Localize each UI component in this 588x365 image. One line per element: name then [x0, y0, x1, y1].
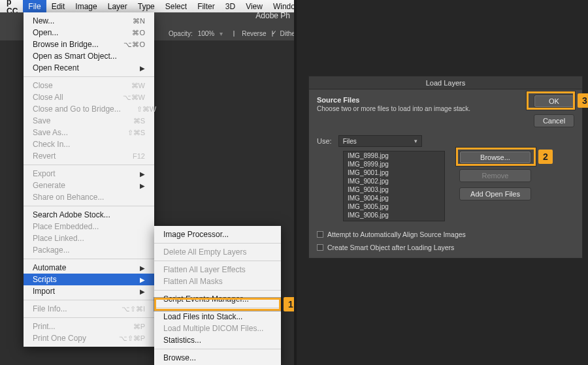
menubar-layer[interactable]: Layer: [103, 0, 133, 12]
file-list-item[interactable]: IMG_8998.jpg: [344, 151, 444, 160]
remove-button[interactable]: Remove: [459, 169, 531, 182]
file-menu-item: Close All⌥⌘W: [24, 91, 154, 103]
scripts-menu-item[interactable]: Statistics...: [154, 334, 281, 346]
file-menu-item: Close⌘W: [24, 80, 154, 91]
file-menu-item: Share on Behance...: [24, 191, 154, 203]
file-menu-item: Save⌘S: [24, 115, 154, 127]
file-menu-item: Close and Go to Bridge...⇧⌘W: [24, 103, 154, 115]
file-list[interactable]: IMG_8998.jpgIMG_8999.jpgIMG_9001.jpgIMG_…: [343, 151, 445, 221]
submenu-arrow-icon: ▶: [140, 170, 145, 178]
submenu-arrow-icon: ▶: [140, 288, 145, 295]
scripts-menu-item: Flatten All Layer Effects: [154, 264, 281, 276]
load-layers-dialog: Load Layers Source Files Choose two or m…: [308, 76, 583, 259]
file-menu-item: Generate▶: [24, 180, 154, 191]
file-list-item[interactable]: IMG_9006.jpg: [344, 211, 444, 219]
menubar-filter[interactable]: Filter: [192, 0, 220, 12]
file-list-item[interactable]: IMG_9003.jpg: [344, 185, 444, 194]
opacity-label: Opacity:: [169, 30, 193, 37]
file-list-item[interactable]: IMG_9002.jpg: [344, 177, 444, 185]
callout-3-badge: 3: [578, 93, 588, 108]
file-menu: New...⌘NOpen...⌘OBrowse in Bridge...⌥⌘OO…: [24, 12, 154, 347]
callout-2-badge: 2: [538, 150, 553, 164]
menubar-edit[interactable]: Edit: [46, 0, 71, 12]
file-menu-item[interactable]: Search Adobe Stock...: [24, 209, 154, 221]
scripts-menu-item: Delete All Empty Layers: [154, 246, 281, 258]
add-open-files-button[interactable]: Add Open Files: [459, 187, 531, 200]
file-menu-item[interactable]: Open as Smart Object...: [24, 50, 154, 62]
menubar-type[interactable]: Type: [133, 0, 160, 12]
reverse-checkbox[interactable]: [233, 31, 235, 37]
scripts-menu-item[interactable]: Load Files into Stack...: [154, 311, 281, 323]
use-select[interactable]: Files: [338, 135, 422, 147]
file-menu-item[interactable]: Scripts▶: [24, 274, 154, 285]
file-menu-item: RevertF12: [24, 150, 154, 162]
menubar-3d[interactable]: 3D: [220, 0, 240, 12]
scripts-menu-item: Load Multiple DICOM Files...: [154, 323, 281, 334]
submenu-arrow-icon: ▶: [140, 276, 145, 283]
ok-button[interactable]: OK: [534, 95, 574, 108]
file-list-item[interactable]: IMG_8999.jpg: [344, 160, 444, 168]
file-menu-item[interactable]: Browse in Bridge...⌥⌘O: [24, 39, 154, 50]
smart-object-label: Create Smart Object after Loading Layers: [327, 244, 454, 251]
align-checkbox[interactable]: [317, 231, 323, 238]
file-list-item[interactable]: IMG_9004.jpg: [344, 194, 444, 202]
menubar-select[interactable]: Select: [160, 0, 192, 12]
menubar-image[interactable]: Image: [70, 0, 102, 12]
mac-menubar: p CC File Edit Image Layer Type Select F…: [0, 0, 294, 12]
scripts-menu-item: Flatten All Masks: [154, 276, 281, 287]
submenu-arrow-icon: ▶: [140, 264, 145, 272]
use-label: Use:: [317, 137, 332, 145]
menubar-file[interactable]: File: [23, 0, 46, 12]
file-list-item[interactable]: IMG_9005.jpg: [344, 202, 444, 211]
dither-checkbox[interactable]: [272, 31, 273, 37]
scripts-menu-item[interactable]: Script Events Manager...: [154, 293, 281, 305]
scripts-menu-item[interactable]: Image Processor...: [154, 229, 281, 240]
photoshop-window: p CC File Edit Image Layer Type Select F…: [0, 0, 294, 365]
smart-object-checkbox[interactable]: [317, 244, 323, 251]
submenu-arrow-icon: ▶: [140, 182, 145, 189]
file-menu-item: Package...: [24, 244, 154, 256]
file-menu-item: Export▶: [24, 168, 154, 180]
dialog-title: Load Layers: [309, 76, 582, 89]
document-title: Adobe Ph: [255, 11, 290, 20]
dialog-panel: Load Layers Source Files Choose two or m…: [297, 0, 588, 365]
file-menu-item[interactable]: New...⌘N: [24, 15, 154, 27]
cancel-button[interactable]: Cancel: [534, 114, 574, 127]
file-menu-item: Place Linked...: [24, 232, 154, 244]
file-menu-item: Place Embedded...: [24, 221, 154, 232]
align-label: Attempt to Automatically Align Source Im…: [327, 230, 466, 238]
file-menu-item: File Info...⌥⇧⌘I: [24, 303, 154, 315]
file-menu-item: Save As...⇧⌘S: [24, 127, 154, 138]
file-menu-item[interactable]: Open...⌘O: [24, 27, 154, 39]
file-list-item[interactable]: IMG_9001.jpg: [344, 168, 444, 177]
menubar-app[interactable]: p CC: [1, 0, 23, 12]
file-menu-item[interactable]: Import▶: [24, 285, 154, 297]
scripts-submenu: Image Processor...Delete All Empty Layer…: [154, 226, 281, 365]
scripts-menu-item[interactable]: Browse...: [154, 352, 281, 364]
file-menu-item[interactable]: Automate▶: [24, 262, 154, 274]
file-menu-item: Check In...: [24, 138, 154, 150]
submenu-arrow-icon: ▶: [140, 65, 145, 72]
file-menu-item: Print One Copy⌥⇧⌘P: [24, 332, 154, 344]
file-menu-item: Print...⌘P: [24, 321, 154, 332]
file-menu-item[interactable]: Open Recent▶: [24, 62, 154, 74]
opacity-value[interactable]: 100%: [198, 30, 215, 37]
browse-button[interactable]: Browse...: [459, 151, 531, 164]
reverse-label: Reverse: [242, 30, 266, 37]
